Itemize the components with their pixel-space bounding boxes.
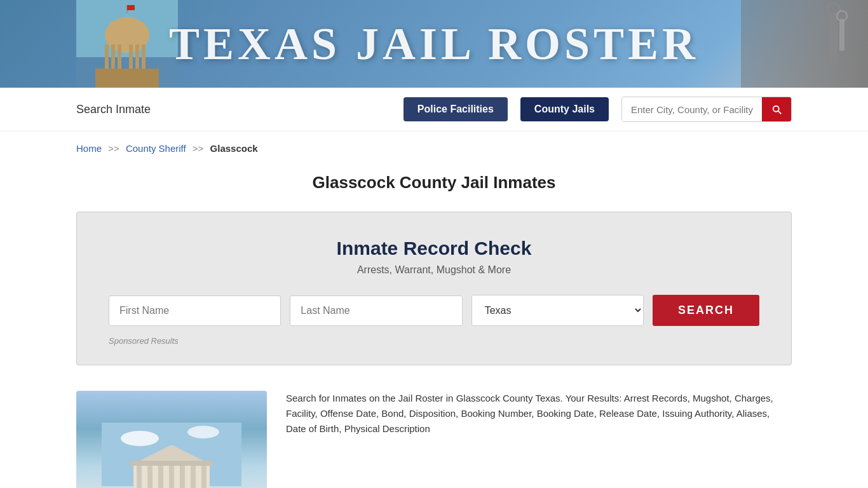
svg-point-19 bbox=[121, 431, 159, 446]
svg-point-20 bbox=[187, 426, 219, 438]
search-inmate-label: Search Inmate bbox=[76, 103, 151, 116]
svg-rect-6 bbox=[118, 44, 121, 70]
bottom-description-text: Search for Inmates on the Jail Roster in… bbox=[286, 391, 792, 437]
building-icon bbox=[102, 423, 241, 488]
svg-rect-5 bbox=[111, 44, 115, 70]
first-name-input[interactable] bbox=[109, 295, 281, 326]
facility-search-input[interactable] bbox=[622, 98, 762, 121]
svg-rect-3 bbox=[114, 35, 140, 44]
svg-rect-7 bbox=[129, 44, 133, 70]
sponsored-results: Sponsored Results bbox=[109, 336, 759, 346]
svg-rect-26 bbox=[180, 464, 185, 488]
keys-decoration bbox=[741, 0, 868, 88]
svg-rect-27 bbox=[191, 464, 196, 488]
svg-rect-30 bbox=[130, 461, 213, 466]
svg-rect-23 bbox=[147, 464, 153, 488]
state-select[interactable]: AlabamaAlaskaArizonaArkansasCaliforniaCo… bbox=[471, 295, 644, 326]
record-check-subtitle: Arrests, Warrant, Mugshot & More bbox=[109, 264, 759, 276]
svg-rect-4 bbox=[105, 44, 109, 70]
svg-rect-22 bbox=[137, 464, 142, 488]
svg-rect-12 bbox=[127, 5, 135, 10]
search-icon bbox=[771, 104, 782, 115]
header-banner: Texas Jail Roster bbox=[0, 0, 868, 88]
police-facilities-button[interactable]: Police Facilities bbox=[403, 97, 508, 121]
site-title: Texas Jail Roster bbox=[169, 18, 699, 71]
svg-rect-14 bbox=[830, 13, 837, 64]
page-title: Glasscock County Jail Inmates bbox=[0, 173, 868, 193]
facility-image bbox=[76, 391, 267, 488]
svg-rect-28 bbox=[201, 464, 207, 488]
svg-rect-9 bbox=[142, 44, 146, 70]
record-check-title: Inmate Record Check bbox=[109, 238, 759, 259]
nav-bar: Search Inmate Police Facilities County J… bbox=[0, 88, 868, 132]
record-search-button[interactable]: SEARCH bbox=[653, 295, 759, 326]
svg-rect-25 bbox=[169, 464, 174, 488]
county-jails-button[interactable]: County Jails bbox=[520, 97, 609, 121]
breadcrumb-current: Glasscock bbox=[210, 143, 258, 154]
capitol-icon bbox=[76, 0, 178, 88]
svg-rect-8 bbox=[135, 44, 139, 70]
facility-search-wrapper bbox=[621, 97, 792, 122]
breadcrumb-separator-1: >> bbox=[108, 143, 119, 154]
facility-search-button[interactable] bbox=[762, 97, 791, 121]
svg-rect-10 bbox=[95, 69, 159, 88]
page-title-section: Glasscock County Jail Inmates bbox=[0, 160, 868, 199]
svg-rect-16 bbox=[839, 19, 844, 51]
bottom-section: Search for Inmates on the Jail Roster in… bbox=[0, 378, 868, 488]
breadcrumb: Home >> County Sheriff >> Glasscock bbox=[0, 132, 868, 160]
breadcrumb-separator-2: >> bbox=[193, 143, 204, 154]
search-form-row: AlabamaAlaskaArizonaArkansasCaliforniaCo… bbox=[109, 295, 759, 326]
last-name-input[interactable] bbox=[290, 295, 462, 326]
svg-rect-24 bbox=[158, 464, 163, 488]
breadcrumb-county-sheriff-link[interactable]: County Sheriff bbox=[126, 143, 186, 154]
breadcrumb-home-link[interactable]: Home bbox=[76, 143, 102, 154]
record-check-box: Inmate Record Check Arrests, Warrant, Mu… bbox=[76, 212, 792, 365]
svg-rect-13 bbox=[741, 0, 868, 88]
